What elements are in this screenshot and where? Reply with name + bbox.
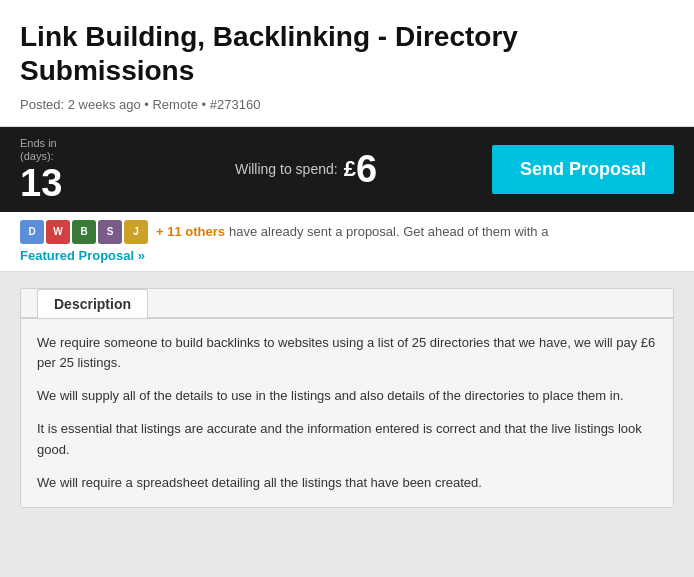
avatar: D [20,220,44,244]
job-meta: Posted: 2 weeks ago • Remote • #273160 [20,97,674,112]
others-count: + 11 others [156,224,225,239]
description-box: Description We require someone to build … [20,288,674,509]
description-paragraph-2: We will supply all of the details to use… [37,386,657,407]
willing-value: 6 [356,150,377,188]
description-paragraph-3: It is essential that listings are accura… [37,419,657,461]
job-title: Link Building, Backlinking - Directory S… [20,20,674,87]
description-paragraph-4: We will require a spreadsheet detailing … [37,473,657,494]
ends-in-value: 13 [20,164,120,202]
avatar: S [98,220,122,244]
proposal-notice-bar: D W B S J + 11 others have already sent … [0,212,694,272]
avatar: J [124,220,148,244]
stats-bar: Ends in(days): 13 Willing to spend: £ 6 … [0,127,694,211]
avatar-group: D W B S J [20,220,148,244]
proposal-notice-text: have already sent a proposal. Get ahead … [229,224,548,239]
description-tab: Description [37,289,148,318]
avatar: W [46,220,70,244]
description-paragraph-1: We require someone to build backlinks to… [37,333,657,375]
ends-in-label: Ends in(days): [20,137,120,163]
send-proposal-button[interactable]: Send Proposal [492,145,674,194]
ends-in-block: Ends in(days): 13 [20,137,120,201]
description-content: We require someone to build backlinks to… [21,318,673,508]
featured-proposal-link[interactable]: Featured Proposal » [20,248,145,263]
main-content: Description We require someone to build … [0,272,694,525]
willing-label: Willing to spend: [235,161,338,177]
description-tab-area: Description [21,289,673,318]
willing-block: Willing to spend: £ 6 [120,150,492,188]
avatar: B [72,220,96,244]
job-header: Link Building, Backlinking - Directory S… [0,0,694,127]
currency-symbol: £ [344,156,356,182]
